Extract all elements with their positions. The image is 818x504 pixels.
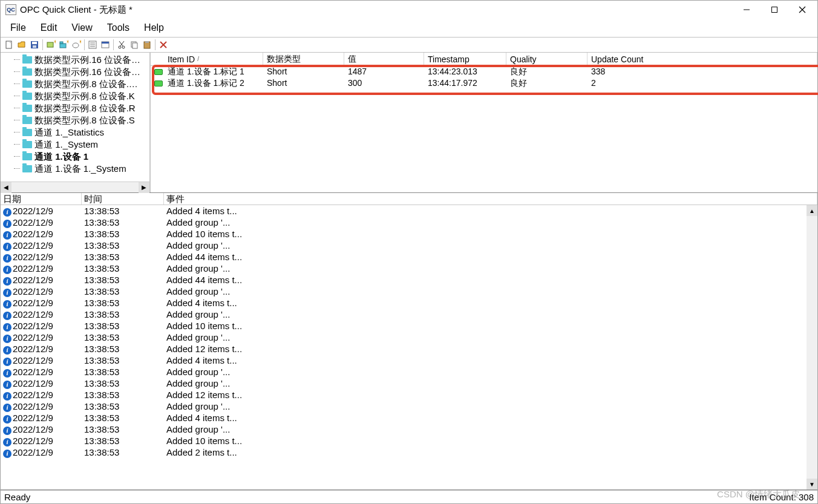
save-file-icon[interactable] [28, 39, 41, 51]
log-row[interactable]: i2022/12/913:38:53Added group '... [1, 401, 817, 412]
log-row[interactable]: i2022/12/913:38:53Added group '... [1, 378, 817, 389]
tree-item[interactable]: 通道 1.设备 1 [11, 151, 149, 163]
log-row[interactable]: i2022/12/913:38:53Added group '... [1, 263, 817, 274]
delete-icon[interactable] [157, 39, 169, 51]
new-item-icon[interactable]: ✶ [70, 39, 82, 51]
items-rows[interactable]: 通道 1.设备 1.标记 1Short148713:44:23.013良好338… [151, 66, 817, 89]
svg-rect-7 [33, 45, 36, 48]
scroll-down-icon[interactable]: ▼ [807, 479, 817, 489]
new-group-icon[interactable]: ✶ [57, 39, 70, 51]
cut-icon[interactable] [116, 39, 128, 51]
folder-icon [22, 141, 32, 148]
cell-value: 1487 [344, 66, 424, 77]
cell-time: 13:38:53 [82, 309, 164, 320]
log-row[interactable]: i2022/12/913:38:53Added group '... [1, 217, 817, 228]
tree-item[interactable]: 通道 1._System [11, 139, 149, 151]
menu-help[interactable]: Help [137, 20, 171, 36]
log-row[interactable]: i2022/12/913:38:53Added 4 items t... [1, 412, 817, 424]
tree-content[interactable]: 数据类型示例.16 位设备…数据类型示例.16 位设备…数据类型示例.8 位设备… [1, 53, 149, 182]
log-row[interactable]: i2022/12/913:38:53Added 12 items t... [1, 343, 817, 355]
cell-date: i2022/12/9 [1, 447, 82, 458]
cell-date: i2022/12/9 [1, 274, 82, 286]
new-server-icon[interactable]: ✶ [45, 39, 57, 51]
tree-item[interactable]: 数据类型示例.8 位设备.R [11, 102, 149, 114]
tree-item[interactable]: 通道 1._Statistics [11, 126, 149, 139]
new-file-icon[interactable] [3, 39, 15, 51]
scroll-up-icon[interactable]: ▲ [807, 205, 817, 216]
toolbar-separator [113, 39, 114, 50]
tree-item[interactable]: 通道 1.设备 1._System [11, 163, 149, 175]
tree-item[interactable]: 数据类型示例.8 位设备.K [11, 90, 149, 102]
cell-event: Added group '... [164, 366, 817, 378]
col-event[interactable]: 事件 [164, 193, 817, 205]
item-row[interactable]: 通道 1.设备 1.标记 1Short148713:44:23.013良好338 [151, 66, 817, 77]
paste-icon[interactable] [141, 39, 153, 51]
tree-item-label: 数据类型示例.8 位设备.S [34, 114, 135, 126]
log-row[interactable]: i2022/12/913:38:53Added 2 items t... [1, 447, 817, 458]
toolbar-separator [155, 39, 155, 50]
menu-view[interactable]: View [64, 20, 99, 36]
menu-file[interactable]: File [3, 20, 33, 36]
tree-item[interactable]: 数据类型示例.16 位设备… [11, 54, 149, 66]
svg-rect-6 [32, 42, 37, 44]
maximize-button[interactable] [761, 1, 788, 19]
open-file-icon[interactable] [16, 39, 28, 51]
log-v-scrollbar[interactable]: ▲ ▼ [807, 205, 817, 489]
col-data-type[interactable]: 数据类型 [263, 53, 344, 65]
close-button[interactable] [788, 1, 816, 19]
properties-icon[interactable] [87, 39, 99, 51]
log-row[interactable]: i2022/12/913:38:53Added 4 items t... [1, 297, 817, 309]
cell-date: i2022/12/9 [1, 217, 82, 228]
log-row[interactable]: i2022/12/913:38:53Added group '... [1, 240, 817, 251]
col-quality[interactable]: Quality [506, 53, 587, 65]
minimize-button[interactable] [733, 1, 761, 19]
log-row[interactable]: i2022/12/913:38:53Added 4 items t... [1, 205, 817, 217]
cell-time: 13:38:53 [82, 332, 164, 343]
tree-item[interactable]: 数据类型示例.16 位设备… [11, 66, 149, 78]
scroll-left-icon[interactable]: ◀ [1, 182, 11, 193]
log-row[interactable]: i2022/12/913:38:53Added group '... [1, 332, 817, 343]
log-row[interactable]: i2022/12/913:38:53Added group '... [1, 309, 817, 320]
log-row[interactable]: i2022/12/913:38:53Added group '... [1, 286, 817, 297]
cell-value: 300 [344, 77, 424, 89]
log-row[interactable]: i2022/12/913:38:53Added 44 items t... [1, 251, 817, 263]
col-item-id[interactable]: Item ID/ [164, 53, 263, 65]
svg-rect-1 [772, 7, 777, 13]
cell-event: Added 4 items t... [164, 205, 817, 217]
titlebar: QC OPC Quick Client - 无标题 * [1, 1, 817, 19]
log-row[interactable]: i2022/12/913:38:53Added group '... [1, 424, 817, 435]
log-row[interactable]: i2022/12/913:38:53Added 10 items t... [1, 228, 817, 240]
menu-tools[interactable]: Tools [100, 20, 137, 36]
log-row[interactable]: i2022/12/913:38:53Added 4 items t... [1, 355, 817, 366]
tag-icon [154, 69, 163, 75]
col-update-count[interactable]: Update Count [587, 53, 817, 65]
tree-item[interactable]: 数据类型示例.8 位设备.S [11, 114, 149, 126]
col-timestamp[interactable]: Timestamp [424, 53, 506, 65]
item-row[interactable]: 通道 1.设备 1.标记 2Short30013:44:17.972良好2 [151, 77, 817, 89]
info-icon: i [3, 450, 11, 458]
log-row[interactable]: i2022/12/913:38:53Added group '... [1, 366, 817, 378]
copy-icon[interactable] [128, 39, 140, 51]
col-date[interactable]: 日期 [1, 193, 82, 205]
info-icon: i [3, 323, 11, 332]
scroll-right-icon[interactable]: ▶ [139, 182, 149, 193]
log-rows[interactable]: i2022/12/913:38:53Added 4 items t...i202… [1, 205, 817, 458]
cell-time: 13:38:53 [82, 412, 164, 424]
log-row[interactable]: i2022/12/913:38:53Added 12 items t... [1, 389, 817, 401]
log-row[interactable]: i2022/12/913:38:53Added 10 items t... [1, 435, 817, 447]
col-time[interactable]: 时间 [82, 193, 164, 205]
log-row[interactable]: i2022/12/913:38:53Added 10 items t... [1, 320, 817, 332]
info-icon: i [3, 346, 11, 355]
tree-item[interactable]: 数据类型示例.8 位设备.… [11, 78, 149, 90]
cell-time: 13:38:53 [82, 355, 164, 366]
cell-event: Added group '... [164, 378, 817, 389]
cell-event: Added 4 items t... [164, 297, 817, 309]
cell-event: Added 44 items t... [164, 274, 817, 286]
cell-time: 13:38:53 [82, 424, 164, 435]
browse-icon[interactable] [99, 39, 111, 51]
col-value[interactable]: 值 [344, 53, 424, 65]
tree-h-scrollbar[interactable]: ◀ ▶ [1, 182, 149, 192]
menu-edit[interactable]: Edit [33, 20, 65, 36]
window: QC OPC Quick Client - 无标题 * File Edit Vi… [0, 0, 818, 504]
log-row[interactable]: i2022/12/913:38:53Added 44 items t... [1, 274, 817, 286]
